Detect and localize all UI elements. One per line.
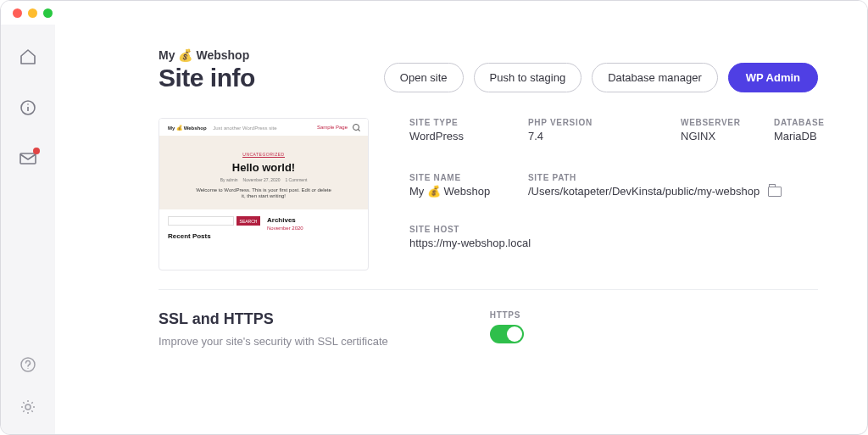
preview-recent-heading: Recent Posts [168, 232, 260, 240]
push-to-staging-button[interactable]: Push to staging [474, 63, 582, 92]
https-toggle-label: HTTPS [490, 310, 524, 320]
preview-post-title: Hello world! [173, 161, 354, 174]
webserver-label: WEBSERVER [681, 118, 748, 127]
preview-meta-date: November 27, 2020 [243, 177, 281, 182]
database-value: MariaDB [774, 130, 850, 142]
svg-point-6 [25, 404, 31, 410]
site-host-value: https://my-webshop.local [409, 237, 850, 249]
preview-meta-comments: 1 Comment [285, 177, 307, 182]
https-toggle[interactable] [490, 325, 524, 343]
database-label: DATABASE [774, 118, 850, 127]
body-row: My 💰 Webshop Site info Open site Push to… [1, 25, 867, 434]
ssl-section: SSL and HTTPS Improve your site's securi… [159, 310, 818, 348]
svg-point-5 [27, 368, 28, 369]
site-path-value: /Users/kotapeter/DevKinsta/public/my-web… [528, 185, 760, 198]
site-name-value: My 💰 Webshop [409, 185, 503, 198]
site-host-label: SITE HOST [409, 225, 850, 234]
breadcrumb-sitename: My 💰 Webshop [159, 48, 255, 62]
ssl-title: SSL and HTTPS [159, 310, 388, 328]
maximize-icon[interactable] [43, 8, 53, 18]
preview-body-text: Welcome to WordPress. This is your first… [196, 187, 331, 199]
preview-search-input [168, 216, 234, 226]
preview-search-icon [353, 124, 359, 131]
info-icon[interactable] [19, 99, 36, 116]
app-window: My 💰 Webshop Site info Open site Push to… [0, 0, 868, 435]
content-area: My 💰 Webshop Site info Open site Push to… [55, 25, 867, 434]
divider [159, 289, 818, 290]
preview-tagline: Just another WordPress site [213, 125, 276, 131]
info-grid: SITE TYPE WordPress PHP VERSION 7.4 WEBS… [409, 118, 850, 249]
minimize-icon[interactable] [28, 8, 37, 18]
preview-brand: My 💰 Webshop [168, 125, 207, 131]
php-version-value: 7.4 [528, 130, 655, 142]
home-icon[interactable] [19, 48, 36, 65]
page-title: Site info [159, 64, 255, 92]
svg-rect-3 [20, 153, 36, 164]
webserver-value: NGINX [681, 130, 748, 142]
notification-badge [33, 148, 40, 154]
site-info-row: My 💰 Webshop Just another WordPress site… [159, 118, 818, 270]
preview-sample-link: Sample Page [317, 125, 348, 130]
close-icon[interactable] [13, 8, 22, 18]
site-path-label: SITE PATH [528, 173, 850, 182]
preview-meta-author: By admin [220, 177, 238, 182]
help-icon[interactable] [19, 356, 36, 373]
svg-point-4 [21, 358, 35, 371]
site-type-value: WordPress [409, 130, 503, 142]
php-version-label: PHP VERSION [528, 118, 655, 127]
svg-point-2 [27, 103, 29, 105]
wp-admin-button[interactable]: WP Admin [728, 63, 818, 92]
sidebar [1, 25, 55, 434]
actions-bar: Open site Push to staging Database manag… [384, 63, 818, 92]
preview-category: UNCATEGORIZED [242, 152, 284, 158]
settings-icon[interactable] [19, 399, 36, 415]
preview-search-btn: SEARCH [236, 216, 260, 226]
preview-archive-link: November 2020 [267, 226, 359, 231]
titlebar [1, 1, 867, 25]
site-name-label: SITE NAME [409, 173, 503, 182]
header-row: My 💰 Webshop Site info Open site Push to… [159, 48, 818, 92]
database-manager-button[interactable]: Database manager [592, 63, 718, 92]
toggle-knob [507, 326, 522, 342]
site-type-label: SITE TYPE [409, 118, 503, 127]
sitename-prefix: My [159, 48, 175, 62]
sitename-suffix: Webshop [196, 48, 249, 62]
open-site-button[interactable]: Open site [384, 63, 464, 92]
open-folder-icon[interactable] [768, 187, 782, 197]
moneybag-icon: 💰 [178, 48, 192, 62]
preview-archives-heading: Archives [267, 216, 359, 224]
mail-icon[interactable] [19, 150, 36, 167]
site-preview-thumbnail[interactable]: My 💰 Webshop Just another WordPress site… [159, 118, 369, 270]
ssl-subtitle: Improve your site's security with SSL ce… [159, 335, 388, 348]
